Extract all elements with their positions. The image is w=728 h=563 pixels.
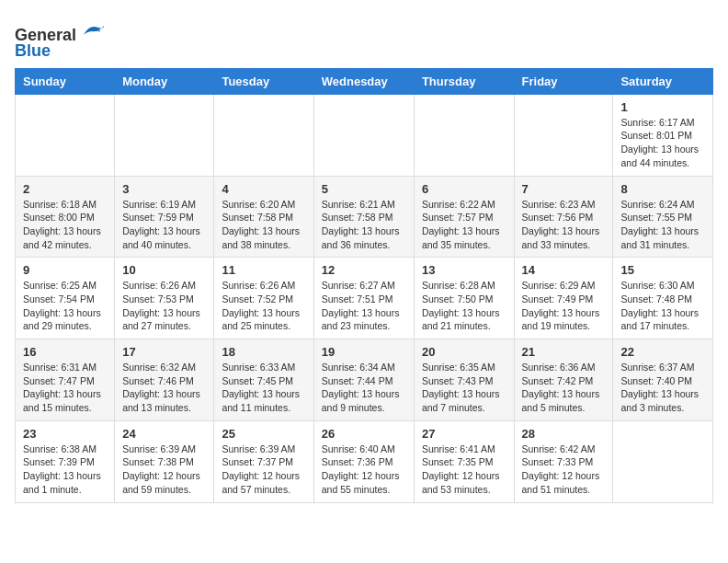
calendar-cell: 1Sunrise: 6:17 AM Sunset: 8:01 PM Daylig… [613,94,713,176]
calendar-cell: 8Sunrise: 6:24 AM Sunset: 7:55 PM Daylig… [613,176,713,258]
day-info: Sunrise: 6:41 AM Sunset: 7:35 PM Dayligh… [422,442,506,497]
day-number: 20 [422,345,506,359]
day-number: 13 [422,263,506,277]
weekday-header-friday: Friday [514,68,613,94]
calendar-cell: 18Sunrise: 6:33 AM Sunset: 7:45 PM Dayli… [214,339,313,421]
day-info: Sunrise: 6:34 AM Sunset: 7:44 PM Dayligh… [322,361,406,415]
day-info: Sunrise: 6:21 AM Sunset: 7:58 PM Dayligh… [322,198,406,252]
day-info: Sunrise: 6:32 AM Sunset: 7:46 PM Dayligh… [122,361,206,415]
weekday-header-row: SundayMondayTuesdayWednesdayThursdayFrid… [16,68,713,94]
day-info: Sunrise: 6:20 AM Sunset: 7:58 PM Dayligh… [222,198,305,252]
day-number: 19 [322,345,406,359]
calendar-cell: 28Sunrise: 6:42 AM Sunset: 7:33 PM Dayli… [514,420,613,502]
day-info: Sunrise: 6:33 AM Sunset: 7:45 PM Dayligh… [222,361,305,415]
day-number: 18 [222,345,305,359]
day-info: Sunrise: 6:40 AM Sunset: 7:36 PM Dayligh… [322,442,406,497]
day-info: Sunrise: 6:36 AM Sunset: 7:42 PM Dayligh… [522,361,606,415]
calendar-cell: 11Sunrise: 6:26 AM Sunset: 7:52 PM Dayli… [214,258,313,339]
calendar-cell: 27Sunrise: 6:41 AM Sunset: 7:35 PM Dayli… [414,420,514,502]
calendar-cell: 6Sunrise: 6:22 AM Sunset: 7:57 PM Daylig… [414,176,514,258]
day-info: Sunrise: 6:31 AM Sunset: 7:47 PM Dayligh… [23,361,107,415]
calendar-cell [414,94,514,176]
weekday-header-thursday: Thursday [414,68,514,94]
calendar-cell: 14Sunrise: 6:29 AM Sunset: 7:49 PM Dayli… [514,258,613,339]
day-number: 12 [322,263,406,277]
logo-bird-icon [80,22,106,40]
day-info: Sunrise: 6:26 AM Sunset: 7:52 PM Dayligh… [222,279,305,333]
day-number: 22 [620,345,705,359]
day-number: 4 [222,182,305,196]
day-number: 27 [422,427,506,441]
day-number: 16 [23,345,107,359]
day-info: Sunrise: 6:18 AM Sunset: 8:00 PM Dayligh… [23,198,107,252]
calendar-cell [313,94,414,176]
calendar-week-row: 16Sunrise: 6:31 AM Sunset: 7:47 PM Dayli… [16,339,713,421]
calendar-week-row: 9Sunrise: 6:25 AM Sunset: 7:54 PM Daylig… [16,258,713,339]
day-number: 6 [422,182,506,196]
calendar-cell: 20Sunrise: 6:35 AM Sunset: 7:43 PM Dayli… [414,339,514,421]
calendar-cell: 25Sunrise: 6:39 AM Sunset: 7:37 PM Dayli… [214,420,313,502]
calendar-cell: 13Sunrise: 6:28 AM Sunset: 7:50 PM Dayli… [414,258,514,339]
day-number: 10 [122,263,206,277]
day-number: 17 [122,345,206,359]
logo: General Blue [15,22,106,61]
calendar-cell: 17Sunrise: 6:32 AM Sunset: 7:46 PM Dayli… [115,339,214,421]
weekday-header-tuesday: Tuesday [214,68,313,94]
day-info: Sunrise: 6:25 AM Sunset: 7:54 PM Dayligh… [23,279,107,333]
day-number: 24 [122,427,206,441]
day-info: Sunrise: 6:29 AM Sunset: 7:49 PM Dayligh… [522,279,606,333]
day-number: 15 [620,263,705,277]
day-info: Sunrise: 6:42 AM Sunset: 7:33 PM Dayligh… [522,442,606,497]
day-number: 3 [122,182,206,196]
day-number: 7 [522,182,606,196]
calendar-cell [16,94,115,176]
day-number: 28 [522,427,606,441]
calendar-cell: 24Sunrise: 6:39 AM Sunset: 7:38 PM Dayli… [115,420,214,502]
header: General Blue [15,15,713,61]
day-number: 23 [23,427,107,441]
calendar-cell: 5Sunrise: 6:21 AM Sunset: 7:58 PM Daylig… [313,176,414,258]
weekday-header-wednesday: Wednesday [313,68,414,94]
day-number: 11 [222,263,305,277]
day-info: Sunrise: 6:35 AM Sunset: 7:43 PM Dayligh… [422,361,506,415]
calendar-week-row: 1Sunrise: 6:17 AM Sunset: 8:01 PM Daylig… [16,94,713,176]
weekday-header-sunday: Sunday [16,68,115,94]
calendar-cell: 26Sunrise: 6:40 AM Sunset: 7:36 PM Dayli… [313,420,414,502]
day-info: Sunrise: 6:39 AM Sunset: 7:38 PM Dayligh… [122,442,206,497]
calendar-cell: 12Sunrise: 6:27 AM Sunset: 7:51 PM Dayli… [313,258,414,339]
day-info: Sunrise: 6:19 AM Sunset: 7:59 PM Dayligh… [122,198,206,252]
day-info: Sunrise: 6:39 AM Sunset: 7:37 PM Dayligh… [222,442,305,497]
calendar-table: SundayMondayTuesdayWednesdayThursdayFrid… [15,68,713,503]
day-info: Sunrise: 6:37 AM Sunset: 7:40 PM Dayligh… [620,361,705,415]
calendar-cell: 2Sunrise: 6:18 AM Sunset: 8:00 PM Daylig… [16,176,115,258]
day-number: 1 [620,100,705,114]
calendar-week-row: 2Sunrise: 6:18 AM Sunset: 8:00 PM Daylig… [16,176,713,258]
day-number: 2 [23,182,107,196]
day-info: Sunrise: 6:27 AM Sunset: 7:51 PM Dayligh… [322,279,406,333]
calendar-cell [514,94,613,176]
day-info: Sunrise: 6:17 AM Sunset: 8:01 PM Dayligh… [620,116,705,170]
day-number: 25 [222,427,305,441]
day-info: Sunrise: 6:26 AM Sunset: 7:53 PM Dayligh… [122,279,206,333]
day-info: Sunrise: 6:22 AM Sunset: 7:57 PM Dayligh… [422,198,506,252]
logo-blue: Blue [15,41,51,61]
calendar-cell: 16Sunrise: 6:31 AM Sunset: 7:47 PM Dayli… [16,339,115,421]
day-info: Sunrise: 6:28 AM Sunset: 7:50 PM Dayligh… [422,279,506,333]
calendar-cell: 23Sunrise: 6:38 AM Sunset: 7:39 PM Dayli… [16,420,115,502]
day-number: 9 [23,263,107,277]
calendar-cell [613,420,713,502]
day-number: 26 [322,427,406,441]
calendar-cell: 10Sunrise: 6:26 AM Sunset: 7:53 PM Dayli… [115,258,214,339]
calendar-cell: 22Sunrise: 6:37 AM Sunset: 7:40 PM Dayli… [613,339,713,421]
day-number: 8 [620,182,705,196]
calendar-week-row: 23Sunrise: 6:38 AM Sunset: 7:39 PM Dayli… [16,420,713,502]
calendar-cell: 4Sunrise: 6:20 AM Sunset: 7:58 PM Daylig… [214,176,313,258]
calendar-cell: 7Sunrise: 6:23 AM Sunset: 7:56 PM Daylig… [514,176,613,258]
calendar-cell: 21Sunrise: 6:36 AM Sunset: 7:42 PM Dayli… [514,339,613,421]
calendar-cell: 9Sunrise: 6:25 AM Sunset: 7:54 PM Daylig… [16,258,115,339]
weekday-header-monday: Monday [115,68,214,94]
calendar-cell: 3Sunrise: 6:19 AM Sunset: 7:59 PM Daylig… [115,176,214,258]
day-number: 14 [522,263,606,277]
weekday-header-saturday: Saturday [613,68,713,94]
calendar-cell: 19Sunrise: 6:34 AM Sunset: 7:44 PM Dayli… [313,339,414,421]
